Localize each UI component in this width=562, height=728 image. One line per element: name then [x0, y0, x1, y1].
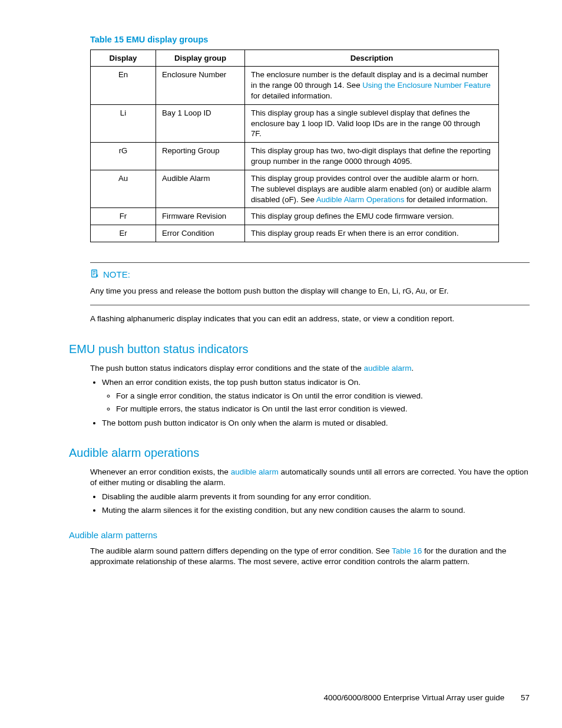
link-audible-alarm[interactable]: audible alarm — [364, 364, 412, 373]
cell-group: Reporting Group — [156, 143, 245, 170]
cell-description: This display group reads Er when there i… — [245, 225, 499, 242]
bullet-list: When an error condition exists, the top … — [90, 377, 530, 429]
table-row: Au Audible Alarm This display group prov… — [91, 170, 499, 207]
link-audible-alarm-operations[interactable]: Audible Alarm Operations — [316, 195, 405, 204]
document-page: Table 15 EMU display groups Display Disp… — [0, 0, 562, 728]
list-item: For a single error condition, the status… — [116, 391, 530, 401]
cell-group: Firmware Revision — [156, 208, 245, 225]
link-enclosure-number-feature[interactable]: Using the Enclosure Number Feature — [362, 81, 491, 90]
cell-display: rG — [91, 143, 156, 170]
heading-audible-alarm-operations: Audible alarm operations — [69, 445, 530, 461]
note-icon — [90, 269, 100, 281]
cell-display: Au — [91, 170, 156, 207]
list-item: Muting the alarm silences it for the exi… — [102, 505, 530, 516]
table-row: rG Reporting Group This display group ha… — [91, 143, 499, 170]
footer-text: 4000/6000/8000 Enterprise Virtual Array … — [324, 693, 505, 702]
link-audible-alarm[interactable]: audible alarm — [231, 467, 279, 476]
cell-description: The enclosure number is the default disp… — [245, 67, 499, 104]
cell-display: En — [91, 67, 156, 104]
paragraph: Whenever an error condition exists, the … — [90, 467, 530, 488]
col-header-group: Display group — [156, 50, 245, 67]
text: The audible alarm sound pattern differs … — [90, 546, 392, 555]
bullet-list: Disabling the audible alarm prevents it … — [90, 492, 530, 516]
list-item: The bottom push button indicator is On o… — [102, 418, 530, 429]
heading-emu-push-button: EMU push button status indicators — [69, 341, 530, 357]
page-footer: 4000/6000/8000 Enterprise Virtual Array … — [324, 693, 530, 703]
text: Whenever an error condition exists, the — [90, 467, 231, 476]
cell-description: This display group has a single sublevel… — [245, 104, 499, 142]
cell-group: Audible Alarm — [156, 170, 245, 207]
col-header-description: Description — [245, 50, 499, 67]
bullet-list-inner: For a single error condition, the status… — [102, 391, 530, 414]
table-row: Er Error Condition This display group re… — [91, 225, 499, 242]
desc-text: for detailed information. — [251, 91, 332, 100]
table-row: Li Bay 1 Loop ID This display group has … — [91, 104, 499, 142]
note-body: Any time you press and release the botto… — [90, 286, 530, 297]
table-row: Fr Firmware Revision This display group … — [91, 208, 499, 225]
paragraph: The push button status indicators displa… — [90, 363, 530, 374]
table-header-row: Display Display group Description — [91, 50, 499, 67]
table-caption: Table 15 EMU display groups — [90, 34, 530, 46]
list-text: When an error condition exists, the top … — [102, 378, 361, 387]
col-header-display: Display — [91, 50, 156, 67]
cell-group: Bay 1 Loop ID — [156, 104, 245, 142]
cell-description: This display group has two, two-digit di… — [245, 143, 499, 170]
desc-text: for detailed information. — [404, 195, 487, 204]
link-table-16[interactable]: Table 16 — [392, 546, 422, 555]
cell-display: Fr — [91, 208, 156, 225]
text: The push button status indicators displa… — [90, 364, 364, 373]
paragraph: A flashing alphanumeric display indicate… — [90, 314, 530, 324]
text: . — [412, 364, 414, 373]
note-block: NOTE: Any time you press and release the… — [90, 262, 530, 305]
cell-group: Enclosure Number — [156, 67, 245, 104]
list-item: When an error condition exists, the top … — [102, 377, 530, 415]
cell-display: Er — [91, 225, 156, 242]
cell-display: Li — [91, 104, 156, 142]
list-item: Disabling the audible alarm prevents it … — [102, 492, 530, 502]
paragraph: The audible alarm sound pattern differs … — [90, 546, 530, 567]
heading-audible-alarm-patterns: Audible alarm patterns — [69, 529, 530, 541]
note-header: NOTE: — [90, 269, 530, 281]
cell-description: This display group provides control over… — [245, 170, 499, 207]
list-item: For multiple errors, the status indicato… — [116, 404, 530, 414]
note-label: NOTE: — [103, 269, 130, 281]
page-number: 57 — [521, 693, 530, 703]
cell-description: This display group defines the EMU code … — [245, 208, 499, 225]
table-row: En Enclosure Number The enclosure number… — [91, 67, 499, 104]
cell-group: Error Condition — [156, 225, 245, 242]
emu-display-groups-table: Display Display group Description En Enc… — [90, 50, 499, 242]
